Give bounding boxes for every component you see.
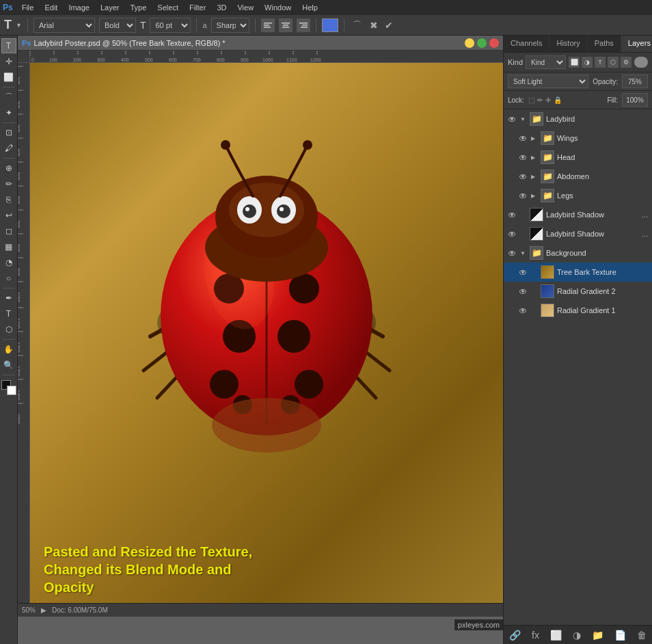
dodge-tool-button[interactable]: ○ bbox=[1, 271, 16, 286]
visibility-icon-wings[interactable] bbox=[517, 133, 528, 144]
text-tool-button[interactable]: T bbox=[1, 306, 16, 321]
menu-file[interactable]: File bbox=[17, 2, 39, 13]
visibility-icon-shadow-1[interactable] bbox=[506, 209, 517, 220]
visibility-icon-abdomen[interactable] bbox=[517, 171, 528, 182]
align-left-button[interactable] bbox=[261, 18, 275, 32]
shape-tool-button[interactable]: ⬡ bbox=[1, 322, 16, 337]
font-family-select[interactable]: Arial bbox=[33, 18, 95, 33]
layer-row-radial-2[interactable]: ▶ Radial Gradient 2 bbox=[504, 282, 652, 301]
expand-background[interactable]: ▼ bbox=[520, 250, 527, 256]
cancel-type-icon[interactable]: ✖ bbox=[370, 20, 378, 31]
filter-shape-icon[interactable]: ⬡ bbox=[608, 57, 619, 68]
select-tool-button[interactable]: ⬜ bbox=[1, 70, 16, 85]
status-arrow[interactable]: ▶ bbox=[41, 606, 46, 614]
minimize-button[interactable] bbox=[465, 38, 474, 48]
menu-layer[interactable]: Layer bbox=[96, 2, 124, 13]
lock-transparent-icon[interactable]: ⬚ bbox=[528, 96, 534, 104]
layer-row-abdomen[interactable]: ▶ 📁 Abdomen bbox=[504, 167, 652, 186]
warp-text-icon[interactable]: ⌒ bbox=[353, 19, 362, 31]
adjustment-layer-button[interactable]: ◑ bbox=[573, 630, 581, 641]
close-button[interactable] bbox=[489, 38, 499, 48]
hand-tool-button[interactable]: ✋ bbox=[1, 342, 16, 357]
menu-select[interactable]: Select bbox=[152, 2, 183, 13]
magic-wand-button[interactable]: ✦ bbox=[1, 105, 16, 120]
blur-tool-button[interactable]: ◔ bbox=[1, 255, 16, 270]
menu-type[interactable]: Type bbox=[126, 2, 152, 13]
visibility-icon-background[interactable] bbox=[506, 247, 517, 258]
filter-adjust-icon[interactable]: ◑ bbox=[582, 57, 593, 68]
expand-legs[interactable]: ▶ bbox=[531, 193, 538, 199]
history-tab[interactable]: History bbox=[549, 36, 587, 52]
visibility-icon-shadow-2[interactable] bbox=[506, 228, 517, 239]
move-tool-button[interactable]: ✛ bbox=[1, 54, 16, 69]
heal-brush-button[interactable]: ⊕ bbox=[1, 161, 16, 176]
visibility-icon-head[interactable] bbox=[517, 152, 528, 163]
eyedropper-tool-button[interactable]: 🖍 bbox=[1, 141, 16, 156]
layer-row-wings[interactable]: ▶ 📁 Wings bbox=[504, 129, 652, 148]
layer-more-shadow-2[interactable]: ... bbox=[640, 230, 649, 238]
layer-row-shadow-2[interactable]: ▶ Ladybird Shadow ... bbox=[504, 224, 652, 243]
delete-layer-button[interactable]: 🗑 bbox=[637, 630, 647, 641]
blend-mode-select[interactable]: Soft Light bbox=[508, 75, 588, 88]
link-layers-button[interactable]: 🔗 bbox=[509, 630, 521, 641]
layer-row-legs[interactable]: ▶ 📁 Legs bbox=[504, 186, 652, 205]
layer-row-ladybird[interactable]: ▼ 📁 Ladybird bbox=[504, 109, 652, 129]
pen-tool-button[interactable]: ✒ bbox=[1, 291, 16, 306]
menu-filter[interactable]: Filter bbox=[185, 2, 210, 13]
filter-type-icon[interactable]: T bbox=[595, 57, 606, 68]
paths-tab[interactable]: Paths bbox=[588, 36, 621, 52]
tool-preset-icon[interactable]: ▼ bbox=[16, 22, 22, 29]
align-right-button[interactable] bbox=[297, 18, 310, 32]
layer-row-shadow-1[interactable]: ▶ Ladybird Shadow ... bbox=[504, 205, 652, 224]
menu-edit[interactable]: Edit bbox=[40, 2, 62, 13]
menu-help[interactable]: Help bbox=[297, 2, 323, 13]
lock-all-icon[interactable]: 🔒 bbox=[554, 96, 562, 104]
lock-position-icon[interactable]: ✛ bbox=[545, 96, 551, 104]
layer-row-tree-bark[interactable]: ▶ Tree Bark Texture bbox=[504, 263, 652, 282]
visibility-icon-ladybird[interactable] bbox=[506, 113, 517, 124]
brush-tool-button[interactable]: ✏ bbox=[1, 176, 16, 191]
lasso-tool-button[interactable]: ⌒ bbox=[1, 90, 16, 105]
lock-pixels-icon[interactable]: ✏ bbox=[537, 96, 543, 104]
fill-input[interactable] bbox=[622, 93, 648, 107]
filter-toggle[interactable] bbox=[634, 57, 648, 68]
text-color-swatch[interactable] bbox=[322, 18, 338, 32]
filter-select[interactable]: Kind bbox=[526, 55, 566, 69]
filter-pixel-icon[interactable]: ⬜ bbox=[569, 57, 580, 68]
expand-head[interactable]: ▶ bbox=[531, 155, 538, 161]
stamp-tool-button[interactable]: ⎘ bbox=[1, 192, 16, 207]
expand-ladybird[interactable]: ▼ bbox=[520, 116, 527, 122]
antialiasing-select[interactable]: Sharp bbox=[211, 18, 249, 33]
maximize-button[interactable] bbox=[477, 38, 487, 48]
background-color-swatch[interactable] bbox=[7, 386, 16, 395]
font-size-select[interactable]: 60 pt bbox=[150, 18, 191, 33]
crop-tool-button[interactable]: ⊡ bbox=[1, 125, 16, 140]
menu-view[interactable]: View bbox=[232, 2, 258, 13]
font-style-select[interactable]: Bold bbox=[99, 18, 136, 33]
visibility-icon-radial-1[interactable] bbox=[517, 305, 528, 316]
confirm-type-icon[interactable]: ✔ bbox=[385, 20, 393, 31]
menu-window[interactable]: Window bbox=[260, 2, 296, 13]
opacity-input[interactable] bbox=[622, 75, 648, 88]
menu-3d[interactable]: 3D bbox=[212, 2, 231, 13]
channels-tab[interactable]: Channels bbox=[504, 36, 549, 52]
zoom-tool-button[interactable]: 🔍 bbox=[1, 358, 16, 373]
layer-style-button[interactable]: fx bbox=[532, 630, 539, 641]
filter-smart-icon[interactable]: ⚙ bbox=[621, 57, 631, 68]
visibility-icon-radial-2[interactable] bbox=[517, 286, 528, 297]
gradient-tool-button[interactable]: ▦ bbox=[1, 239, 16, 254]
type-tool-button[interactable]: T bbox=[1, 38, 16, 53]
layers-tab[interactable]: Layers bbox=[621, 36, 652, 52]
visibility-icon-legs[interactable] bbox=[517, 190, 528, 201]
foreground-background-colors[interactable] bbox=[1, 380, 16, 395]
new-group-button[interactable]: 📁 bbox=[592, 630, 603, 641]
layer-more-shadow-1[interactable]: ... bbox=[640, 211, 649, 219]
new-layer-button[interactable]: 📄 bbox=[614, 630, 626, 641]
expand-wings[interactable]: ▶ bbox=[531, 135, 538, 142]
eraser-tool-button[interactable]: ◻ bbox=[1, 224, 16, 239]
layer-row-background[interactable]: ▼ 📁 Background bbox=[504, 243, 652, 263]
layer-row-radial-1[interactable]: ▶ Radial Gradient 1 bbox=[504, 301, 652, 320]
history-brush-button[interactable]: ↩ bbox=[1, 208, 16, 223]
menu-image[interactable]: Image bbox=[64, 2, 94, 13]
visibility-icon-tree-bark[interactable] bbox=[517, 267, 528, 278]
